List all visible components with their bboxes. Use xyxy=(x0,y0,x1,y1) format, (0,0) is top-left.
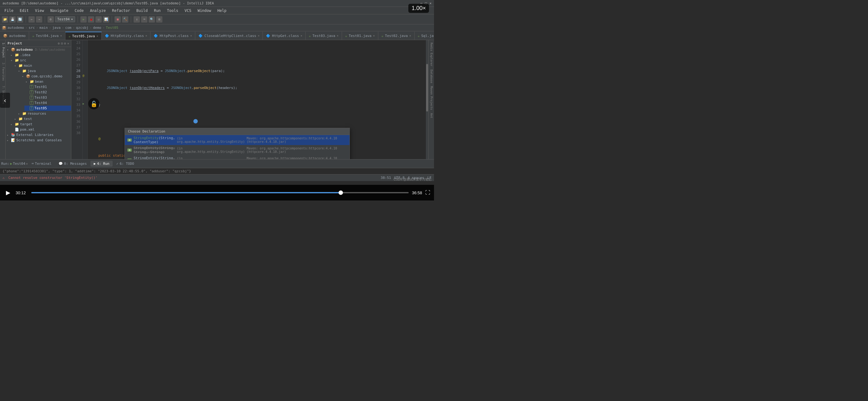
bottom-tab-run[interactable]: ▶ 4: Run xyxy=(90,161,112,167)
tree-test03[interactable]: ▸ T Test03 xyxy=(24,95,71,100)
sidebar-settings-icon[interactable]: ⚙ xyxy=(58,42,60,45)
tree-target[interactable]: ▸ 📁 target xyxy=(9,121,71,127)
tab-closeable[interactable]: 🔷 CloseableHttpClient.class ✕ xyxy=(195,32,263,40)
menu-code[interactable]: Code xyxy=(72,8,86,13)
git-icon[interactable]: ↕ xyxy=(134,16,140,23)
tab-test05-close[interactable]: ✕ xyxy=(96,34,98,37)
vtab-project[interactable]: 1: Project xyxy=(0,40,5,60)
menu-navigate[interactable]: Navigate xyxy=(48,8,71,13)
tree-resources[interactable]: ▸ 📁 resources xyxy=(17,111,71,116)
tree-java[interactable]: ▾ 📁 java xyxy=(17,68,71,74)
nav-back-arrow[interactable]: ‹ xyxy=(0,93,10,108)
refresh-icon[interactable]: 🔄 xyxy=(17,16,23,23)
breadcrumb-qzcsbj[interactable]: qzcsbj xyxy=(76,26,89,30)
tree-test05[interactable]: ▸ T Test05 xyxy=(24,106,71,111)
search-icon[interactable]: 🔍 xyxy=(149,16,155,23)
code-editor[interactable]: 23 24 25 26 27 28 28 29 30 31 32 33 34 3… xyxy=(71,40,428,159)
bottom-tab-close[interactable]: ✕ xyxy=(26,162,28,165)
tab-closeable-close[interactable]: ✕ xyxy=(258,34,259,37)
scroll-thumb[interactable] xyxy=(426,64,428,112)
tree-package[interactable]: ▾ 📦 com.qzcsbj.demo xyxy=(21,74,71,79)
menu-edit[interactable]: Edit xyxy=(17,8,31,13)
tab-httpentity-close[interactable]: ✕ xyxy=(146,34,147,37)
breadcrumb-java[interactable]: java xyxy=(52,26,61,30)
menu-refactor[interactable]: Refactor xyxy=(110,8,133,13)
tab-httpentity[interactable]: 🔷 HttpEntity.class ✕ xyxy=(102,32,151,40)
menu-view[interactable]: View xyxy=(33,8,46,13)
play-button[interactable]: ▶ xyxy=(4,188,12,197)
tab-test04[interactable]: ☕ Test04.java ✕ xyxy=(29,32,65,40)
tab-test02-close[interactable]: ✕ xyxy=(409,34,411,37)
tab-sql[interactable]: ☕ Sql.java ✕ xyxy=(414,32,434,40)
tab-test01[interactable]: ☕ Test01.java ✕ xyxy=(342,32,378,40)
build-icon[interactable]: 🔨 xyxy=(122,16,128,23)
breadcrumb-test05[interactable]: Test05 xyxy=(106,26,118,30)
autocomplete-item-1[interactable]: m StringEntity(String, String, String) (… xyxy=(125,145,349,155)
breadcrumb-demo[interactable]: demo xyxy=(93,26,101,30)
terminal-icon[interactable]: ⌨ xyxy=(141,16,147,23)
tree-test-folder[interactable]: ▸ 📁 test xyxy=(13,116,71,121)
coverage-icon[interactable]: ☑ xyxy=(95,16,102,23)
tree-pom[interactable]: ▸ 📄 pom.xml xyxy=(9,127,71,132)
menu-file[interactable]: File xyxy=(2,8,16,13)
run-icon[interactable]: ▶ xyxy=(81,16,87,23)
breadcrumb-com[interactable]: com xyxy=(65,26,71,30)
autocomplete-item-2[interactable]: m StringEntity(String, String) (in org.a… xyxy=(125,155,349,159)
tab-autodemo[interactable]: 📦 autodemo xyxy=(0,32,29,40)
debug-icon[interactable]: 🐞 xyxy=(88,16,94,23)
sidebar-close-icon[interactable]: ✕ xyxy=(67,42,69,45)
autocomplete-item-0[interactable]: m StringEntity(String, ContentType) (in … xyxy=(125,135,349,145)
panel-ant[interactable]: Ant xyxy=(429,112,434,119)
tree-test01[interactable]: ▸ T Test01 xyxy=(24,84,71,90)
breadcrumb-main[interactable]: main xyxy=(39,26,48,30)
sidebar-collapse-icon[interactable]: ⊟ xyxy=(61,42,63,45)
tab-test03[interactable]: ☕ Test03.java ✕ xyxy=(306,32,342,40)
folder-icon[interactable]: 📁 xyxy=(2,16,8,23)
layout-icon[interactable]: ⊞ xyxy=(156,16,162,23)
tab-test04-close[interactable]: ✕ xyxy=(60,34,62,37)
tree-main[interactable]: ▾ 📁 main xyxy=(13,63,71,68)
vtab-favorites[interactable]: 2: Favorites xyxy=(0,60,5,83)
tab-test01-close[interactable]: ✕ xyxy=(373,34,375,37)
menu-analyze[interactable]: Analyze xyxy=(87,8,108,13)
menu-vcs[interactable]: VCS xyxy=(182,8,194,13)
tree-scratches[interactable]: ▸ 📝 Scratches and Consoles xyxy=(6,138,71,143)
tab-httpget-close[interactable]: ✕ xyxy=(300,34,302,37)
tab-httppost-class[interactable]: 🔷 HttpPost.class ✕ xyxy=(151,32,195,40)
progress-thumb[interactable] xyxy=(339,191,343,195)
progress-bar[interactable] xyxy=(31,192,409,193)
scroll-indicator[interactable] xyxy=(426,40,428,159)
panel-maven[interactable]: Maven Projects xyxy=(429,85,434,111)
bottom-tab-todo[interactable]: ✓ 6: TODO xyxy=(113,161,137,167)
breadcrumb-src[interactable]: src xyxy=(29,26,35,30)
bottom-tab-terminal[interactable]: ⌨ Terminal xyxy=(29,161,55,167)
fullscreen-button[interactable]: ⛶ xyxy=(425,190,430,196)
run-config-dropdown[interactable]: Test04 ▾ xyxy=(55,16,75,22)
run-config-icon[interactable]: ⚙ xyxy=(48,16,54,23)
menu-run[interactable]: Run xyxy=(151,8,163,13)
menu-tools[interactable]: Tools xyxy=(164,8,181,13)
back-icon[interactable]: ← xyxy=(29,16,35,23)
tree-test02[interactable]: ▸ T Test02 xyxy=(24,90,71,95)
breadcrumb-autodemo[interactable]: autodemo xyxy=(7,26,24,30)
tab-test02[interactable]: ☕ Test02.java ✕ xyxy=(378,32,414,40)
close-btn[interactable]: ✕ xyxy=(429,1,432,5)
menu-build[interactable]: Build xyxy=(134,8,150,13)
tab-test03-close[interactable]: ✕ xyxy=(337,34,338,37)
panel-redis[interactable]: Redis Explorer xyxy=(429,41,434,68)
tree-src[interactable]: ▾ 📁 src xyxy=(9,58,71,63)
tree-bean[interactable]: ▸ 📁 bean xyxy=(24,79,71,84)
sidebar-gear-icon[interactable]: ⚙ xyxy=(64,42,66,45)
stop-icon[interactable]: ■ xyxy=(115,16,121,23)
tab-httpget-class[interactable]: 🔷 HttpGet.class ✕ xyxy=(263,32,306,40)
tree-external-libs[interactable]: ▸ 📚 External Libraries xyxy=(6,132,71,138)
menu-window[interactable]: Window xyxy=(195,8,213,13)
menu-help[interactable]: Help xyxy=(215,8,229,13)
tree-idea[interactable]: ▸ 📁 .idea xyxy=(9,52,71,58)
panel-database[interactable]: Database xyxy=(429,68,434,84)
profile-icon[interactable]: 📊 xyxy=(103,16,109,23)
tab-httppost-close[interactable]: ✕ xyxy=(190,34,192,37)
bottom-tab-messages[interactable]: 💬 0: Messages xyxy=(55,161,90,167)
save-icon[interactable]: 💾 xyxy=(9,16,16,23)
tree-autodemo-root[interactable]: ▾ 📦 autodemo D:\demo\autodemo xyxy=(6,47,71,52)
